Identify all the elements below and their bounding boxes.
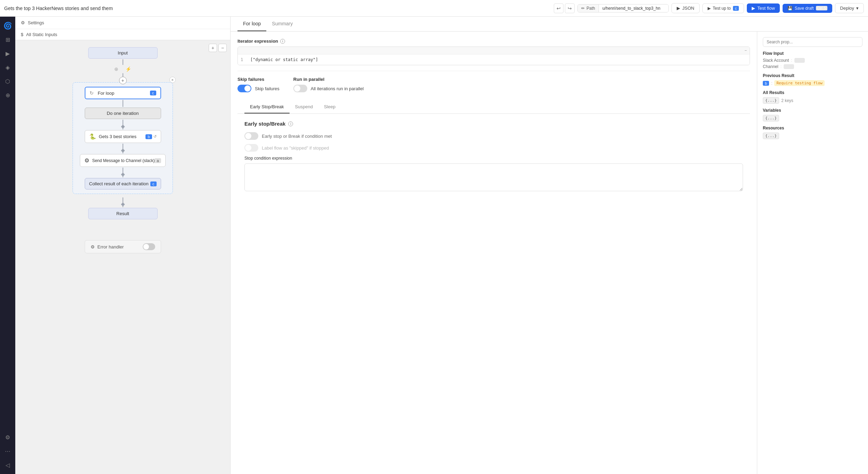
sidebar-icon-variables[interactable]: ⊕ (1, 89, 14, 101)
iterator-info-icon[interactable]: i (280, 39, 285, 44)
code-editor-body[interactable]: 1 ["dynamic or static array"] (238, 54, 750, 65)
tab-for-loop[interactable]: For loop (237, 17, 266, 31)
test-flow-icon: ▶ (752, 6, 755, 11)
skip-failures-title: Skip failures (237, 77, 279, 82)
all-results-item: {...} 2 keys (763, 97, 862, 104)
early-stop-toggle-row: Early stop or Break if condition met (244, 132, 743, 140)
search-prop-input[interactable] (763, 37, 862, 47)
settings-label: Settings (28, 20, 44, 25)
topbar: Gets the top 3 HackerNews stories and se… (0, 0, 868, 17)
skipped-toggle[interactable] (244, 144, 258, 152)
collapse-code-icon[interactable]: − (744, 48, 747, 53)
skipped-toggle-row: Label flow as "skipped" if stopped (244, 144, 743, 152)
code-editor-header: − (238, 47, 750, 54)
iteration-label: Do one iteration (107, 111, 139, 116)
sidebar-icon-resources[interactable]: ⬡ (1, 75, 14, 87)
early-stop-section: Early stop/Break i Early stop or Break i… (237, 114, 750, 199)
deploy-button[interactable]: Deploy ▾ (835, 3, 864, 13)
input-label: Input (118, 50, 128, 56)
parallel-label: All iterations run in parallel (311, 86, 364, 91)
json-button[interactable]: ▶ JSON (671, 3, 700, 13)
stop-expr-label: Stop condition expression (244, 156, 743, 161)
prev-result-colon: : (771, 81, 772, 86)
result-node[interactable]: Result (88, 208, 158, 219)
json-icon: ▶ (677, 6, 680, 11)
flow-editor: ⚙ Settings $ All Static Inputs + − Input (15, 17, 231, 474)
slack-account-item: Slack Account : (763, 58, 862, 63)
close-for-loop[interactable]: × (169, 77, 176, 83)
tab-early-stop[interactable]: Early Stop/Break (244, 101, 290, 113)
refresh-icon[interactable]: ↺ (153, 134, 157, 139)
save-icon: 💾 (787, 6, 793, 11)
sidebar-icon-more[interactable]: ⋯ (1, 445, 14, 457)
sidebar-icon-flows[interactable]: ▶ (1, 47, 14, 60)
flow-input-section: Flow Input Slack Account : Channel : (763, 51, 862, 69)
test-flow-button[interactable]: ▶ Test flow (747, 3, 780, 13)
all-results-section: All Results {...} 2 keys (763, 90, 862, 104)
code-editor: − 1 ["dynamic or static array"] (237, 46, 750, 65)
error-handler-toggle[interactable] (143, 243, 155, 250)
pencil-icon: ✏ (581, 6, 585, 11)
early-stop-info-icon[interactable]: i (288, 121, 293, 126)
channel-value (784, 64, 794, 69)
save-draft-button[interactable]: 💾 Save draft Ctrl S (783, 4, 832, 13)
path-input[interactable] (599, 5, 668, 12)
skip-failures-toggle[interactable] (237, 85, 251, 92)
test-up-button[interactable]: ▶ Test up to c (702, 3, 744, 13)
flow-settings-row[interactable]: ⚙ Settings (15, 17, 230, 29)
undo-button[interactable]: ↩ (554, 3, 564, 13)
main-layout: 🌀 ⊞ ▶ ◈ ⬡ ⊕ ⚙ ⋯ ◁ ⚙ Settings $ All Stati… (0, 17, 868, 474)
sidebar-icon-settings[interactable]: ⚙ (1, 431, 14, 443)
error-handler-node[interactable]: ⚙ Error handler (85, 240, 161, 253)
sidebar-icon-logo[interactable]: 🌀 (1, 19, 14, 32)
early-stop-toggle[interactable] (244, 132, 258, 140)
error-handler-row: ⚙ Error handler (91, 244, 124, 249)
sidebar-icon-collapse[interactable]: ◁ (1, 459, 14, 471)
slack-account-key: Slack Account (763, 58, 789, 63)
sidebar-icon-home[interactable]: ⊞ (1, 33, 14, 46)
error-handler-section: ⚙ Error handler (22, 240, 223, 253)
panel-content: Iterator expression i − 1 ["dynamic or s… (231, 32, 868, 474)
gets-stories-row: 🐍 Gets 3 best stories (89, 133, 136, 140)
variables-title: Variables (763, 108, 862, 113)
tab-summary[interactable]: Summary (266, 17, 298, 31)
lightning-row: ⊕ ⚡ (114, 66, 131, 72)
resources-item: {...} (763, 133, 862, 139)
for-loop-node[interactable]: ↻ For loop c (85, 87, 161, 99)
tab-suspend[interactable]: Suspend (290, 101, 318, 113)
redo-button[interactable]: ↪ (565, 3, 575, 13)
path-label: ✏ Path (578, 5, 599, 12)
gets-stories-node[interactable]: 🐍 Gets 3 best stories b ↺ (85, 130, 161, 143)
parallel-toggle[interactable] (293, 85, 307, 92)
collect-node[interactable]: Collect result of each iteration c (85, 178, 161, 189)
previous-result-title: Previous Result (763, 73, 862, 78)
flow-title: Gets the top 3 HackerNews stories and se… (4, 6, 551, 11)
chevron-down-icon: ▾ (856, 6, 859, 11)
gets-stories-right: b ↺ (145, 134, 156, 139)
for-loop-label: For loop (98, 91, 115, 96)
flow-inputs-row[interactable]: $ All Static Inputs (15, 29, 230, 40)
input-node[interactable]: Input (88, 47, 158, 59)
send-message-node[interactable]: ⚙ Send Message to Channel (slack) a (80, 154, 165, 167)
add-for-loop[interactable]: + (119, 77, 127, 84)
gets-stories-badge: b (145, 134, 152, 139)
save-shortcut: Ctrl S (816, 6, 827, 10)
path-group: ✏ Path (577, 4, 669, 12)
right-panel: For loop Summary Iterator expression i − (231, 17, 868, 474)
sidebar-icon-apps[interactable]: ◈ (1, 61, 14, 74)
loop-icon: ↻ (90, 90, 94, 96)
flow-canvas-inner: Input ⊕ ⚡ × (22, 47, 223, 290)
for-loop-container: × + ↻ For loop c (73, 79, 173, 197)
flow-header: ⚙ Settings $ All Static Inputs (15, 17, 230, 40)
move-icon: ⊕ (114, 66, 118, 72)
options-section: Skip failures Skip failures Run in paral… (237, 77, 750, 92)
flow-input-title: Flow Input (763, 51, 862, 56)
tab-sleep[interactable]: Sleep (318, 101, 341, 113)
topbar-right: ✏ Path ▶ JSON ▶ Test up to c ▶ Test flow… (577, 3, 864, 13)
parallel-row: All iterations run in parallel (293, 85, 364, 92)
iteration-node[interactable]: Do one iteration (85, 108, 161, 119)
channel-key: Channel (763, 64, 778, 69)
collect-badge: c (150, 181, 157, 186)
parallel-title: Run in parallel (293, 77, 364, 82)
stop-expr-textarea[interactable] (244, 163, 743, 191)
